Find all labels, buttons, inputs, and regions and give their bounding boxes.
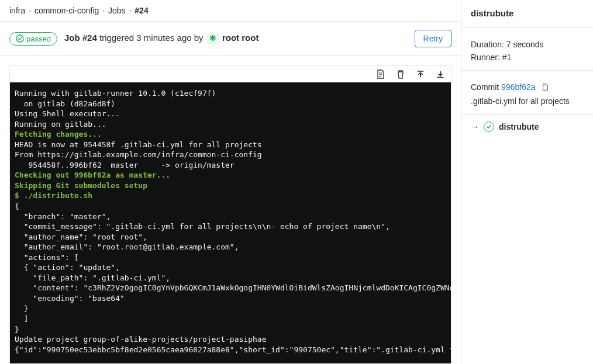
breadcrumb-item[interactable]: infra (9, 6, 25, 15)
log-line: HEAD is now at 954458f .gitlab-ci.yml fo… (15, 140, 446, 150)
log-line: From https://gitlab.example.com/infra/co… (15, 150, 446, 160)
breadcrumb-item-current: #24 (135, 6, 148, 15)
log-line: {"id":"990750ec53ebbc5bf8ed2e0565caea960… (15, 345, 446, 355)
status-badge-label: passed (26, 34, 51, 43)
retry-button[interactable]: Retry (415, 30, 451, 47)
log-line: Fetching changes... (15, 129, 446, 140)
log-line: Running on gitlab... (15, 119, 446, 130)
log-line: } (15, 324, 446, 335)
chevron-right-icon: › (129, 7, 132, 14)
breadcrumb-item[interactable]: Jobs (108, 6, 126, 15)
commit-label: Commit (471, 82, 501, 92)
erase-log-icon[interactable] (396, 70, 405, 79)
log-line: 954458f..996bf62 master -> origin/master (15, 160, 446, 171)
log-line: Using Shell executor... (15, 109, 446, 119)
log-toolbar (10, 66, 451, 82)
status-badge: passed (9, 32, 57, 46)
check-circle-icon (484, 122, 494, 132)
log-line: Update project group-of-alike-projects/p… (15, 334, 446, 345)
runner-value: #1 (500, 53, 511, 62)
commit-link[interactable]: 996bf62a (501, 82, 535, 92)
copy-icon[interactable] (541, 83, 549, 93)
log-line: on gitlab (d82a6d8f) (15, 99, 446, 109)
log-panel: Running with gitlab-runner 10.1.0 (c1ecf… (9, 65, 451, 364)
job-triggered-text: triggered 3 minutes ago by (97, 33, 206, 43)
avatar[interactable] (207, 33, 219, 44)
stage-row[interactable]: → distrubute (461, 115, 593, 139)
breadcrumb-item[interactable]: common-ci-config (35, 6, 99, 15)
svg-rect-1 (543, 85, 548, 90)
log-line: "author_name": "root root", (15, 232, 446, 242)
sidebar: distrubute Duration: 7 seconds Runner: #… (461, 0, 593, 364)
raw-log-icon[interactable] (376, 70, 385, 79)
log-line: "author_email": "root.root@gitlab.exampl… (15, 242, 446, 252)
log-line: { "action": "update", (15, 262, 446, 273)
log-line: ] (15, 314, 446, 324)
runner-label: Runner: (471, 53, 500, 62)
duration-label: Duration: (471, 40, 504, 49)
scroll-top-icon[interactable] (416, 70, 425, 79)
log-line: Running with gitlab-runner 10.1.0 (c1ecf… (15, 88, 446, 99)
scroll-bottom-icon[interactable] (436, 70, 445, 79)
user-link[interactable]: root root (222, 33, 258, 43)
stage-name: distrubute (499, 122, 539, 131)
sidebar-job-name: distrubute (471, 8, 584, 18)
log-line: $ ./distribute.sh (15, 190, 446, 201)
log-line: "actions": [ (15, 252, 446, 263)
log-line: "content": "c3RhZ2VzOgogIC0gYnVpbGQKCmJ1… (15, 283, 446, 293)
log-line: } (15, 303, 446, 314)
log-line: Checking out 996bf62a as master... (15, 170, 446, 181)
log-line: "branch": "master", (15, 212, 446, 222)
check-circle-icon (16, 34, 24, 43)
commit-message: .gitlab-ci.yml for all projects (471, 96, 584, 106)
arrow-right-icon: → (471, 122, 479, 131)
log-line: Skipping Git submodules setup (15, 181, 446, 191)
job-title: Job #24 triggered 3 minutes ago by root … (64, 33, 408, 44)
breadcrumb: infra › common-ci-config › Jobs › #24 (0, 0, 461, 22)
duration-value: 7 seconds (504, 40, 544, 49)
terminal-output[interactable]: Running with gitlab-runner 10.1.0 (c1ecf… (10, 82, 451, 363)
chevron-right-icon: › (102, 7, 105, 14)
chevron-right-icon: › (29, 7, 31, 14)
log-line: "encoding": "base64" (15, 293, 446, 304)
log-line: "commit_message": ".gitlab-ci.yml for al… (15, 221, 446, 232)
job-header: passed Job #24 triggered 3 minutes ago b… (0, 22, 461, 56)
log-line: { (15, 201, 446, 212)
log-line: "file_path": ".gitlab-ci.yml", (15, 273, 446, 283)
job-number: Job #24 (64, 33, 97, 43)
